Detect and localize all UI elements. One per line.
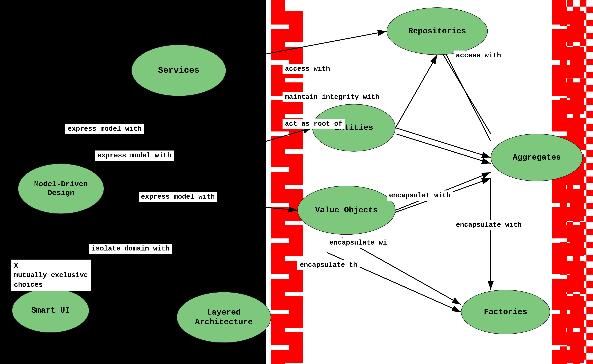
label-encapsulate-3: encapsulate wi [327, 238, 389, 248]
checker-right [560, 0, 593, 364]
label-isolate-domain: isolate domain with [89, 244, 172, 254]
label-encapsulate-2: encapsulate with [453, 220, 524, 230]
label-encapsulate-4: encapsulate th [297, 260, 360, 270]
node-value-objects: Value Objects [297, 186, 395, 235]
label-express-model-2: express model with [95, 150, 174, 161]
label-access-with-2: access with [453, 51, 504, 61]
label-express-model-1: express model with [65, 124, 144, 134]
node-smart-ui: Smart UI [12, 288, 89, 333]
node-repositories: Repositories [386, 7, 488, 55]
label-maintain-integrity: maintain integrity with [282, 92, 382, 102]
label-access-with-1: access with [282, 64, 333, 74]
node-services: Services [131, 45, 226, 96]
label-express-model-3: express model with [139, 192, 217, 202]
label-encapsulate-1: encapsulat with [386, 190, 453, 201]
node-layered-architecture: LayeredArchitecture [177, 292, 271, 343]
label-act-as-root: act as root of [282, 119, 345, 129]
node-factories: Factories [461, 290, 550, 334]
label-exclusive-choices: Xmutually exclusivechoices [11, 260, 91, 291]
node-aggregates: Aggregates [491, 134, 583, 181]
node-model-driven-design: Model-DrivenDesign [18, 163, 104, 214]
